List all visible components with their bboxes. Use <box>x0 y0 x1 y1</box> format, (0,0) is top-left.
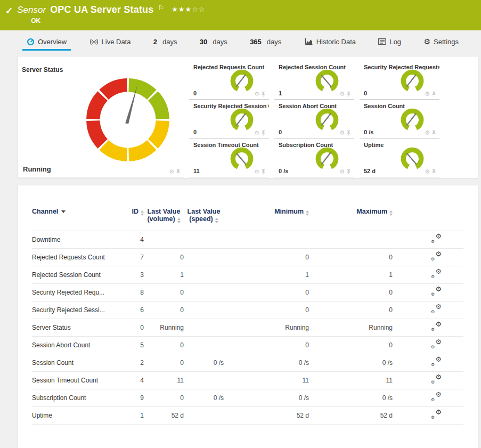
tab-2-days[interactable]: 2days <box>153 30 177 53</box>
gear-icon[interactable]: ⚙ <box>425 130 430 136</box>
channel-name-link[interactable]: Subscription Count <box>32 389 113 406</box>
pin-icon[interactable] <box>261 91 266 97</box>
channel-settings-icon[interactable]: ⚙⚙ <box>431 287 442 296</box>
sensor-title-block: Sensor OPC UA Server Status ⚐ ★★★☆☆ OK <box>17 4 205 25</box>
channel-name-link[interactable]: Security Rejected Sessi... <box>32 301 113 319</box>
pin-icon[interactable] <box>346 130 351 136</box>
column-header-id[interactable]: ID <box>113 185 144 231</box>
channel-name-link[interactable]: Session Timeout Count <box>32 371 113 389</box>
flag-icon[interactable]: ⚐ <box>158 4 165 12</box>
gauge-value: 0 /s <box>364 129 373 135</box>
sort-caret-icon <box>61 210 66 213</box>
sort-arrows-icon <box>141 210 144 216</box>
channel-settings-icon[interactable]: ⚙⚙ <box>431 410 442 419</box>
tab-live-data[interactable]: Live Data <box>89 30 131 53</box>
pin-icon[interactable] <box>431 91 436 97</box>
channel-settings-icon[interactable]: ⚙⚙ <box>431 234 442 243</box>
mini-gauge <box>229 145 255 172</box>
tab-overview[interactable]: Overview <box>27 30 67 53</box>
priority-stars[interactable]: ★★★☆☆ <box>172 5 205 13</box>
channel-last-value-speed <box>184 248 224 266</box>
pin-icon[interactable] <box>431 130 436 136</box>
mini-gauge <box>314 68 340 94</box>
gear-icon[interactable]: ⚙ <box>425 91 430 97</box>
channel-minimum: 0 <box>224 336 309 354</box>
gauge-cell-security-rejected-session-count: Security Rejected Session Co... 0 ⚙ <box>189 100 269 139</box>
tab-label: Live Data <box>102 38 131 46</box>
channel-minimum: 0 /s <box>224 354 309 371</box>
channel-settings-icon[interactable]: ⚙⚙ <box>431 392 442 402</box>
channel-name-link[interactable]: Rejected Requests Count <box>32 248 113 266</box>
gear-icon[interactable]: ⚙ <box>254 91 259 97</box>
gear-icon: ⚙ <box>431 398 435 402</box>
channel-id: 0 <box>113 319 144 336</box>
channel-settings-icon[interactable]: ⚙⚙ <box>431 251 442 261</box>
tab-historic-data[interactable]: Historic Data <box>304 30 356 53</box>
column-header-maximum[interactable]: Maximum <box>309 185 393 231</box>
channel-maximum: 0 /s <box>309 389 393 406</box>
channel-name-link[interactable]: Downtime <box>32 231 113 248</box>
tab-log[interactable]: Log <box>378 30 401 53</box>
gear-icon: ⚙ <box>431 363 435 367</box>
tab-365-days[interactable]: 365days <box>250 30 281 53</box>
gauge-value: 0 <box>193 90 197 96</box>
channel-name-link[interactable]: Session Abort Count <box>32 336 113 354</box>
table-row-downtime: Downtime -4 ⚙⚙ <box>32 231 463 248</box>
sort-arrows-icon <box>215 218 218 223</box>
pin-icon[interactable] <box>346 91 351 97</box>
gear-icon[interactable]: ⚙ <box>254 130 259 136</box>
column-header-minimum[interactable]: Minimum <box>224 185 309 231</box>
gear-icon: ⚙ <box>435 321 442 328</box>
column-label: Maximum <box>356 208 387 215</box>
channel-last-value-speed <box>184 231 224 248</box>
channel-name-link[interactable]: Rejected Session Count <box>32 266 113 283</box>
channel-name-link[interactable]: Server Status <box>32 319 113 336</box>
channel-settings-icon[interactable]: ⚙⚙ <box>431 339 442 349</box>
channel-settings-icon[interactable]: ⚙⚙ <box>431 304 442 314</box>
tab-30-days[interactable]: 30days <box>200 30 227 53</box>
status-badge: OK <box>31 17 205 25</box>
gear-icon[interactable]: ⚙ <box>169 169 174 175</box>
pin-icon[interactable] <box>431 169 436 175</box>
channel-id: 1 <box>113 406 144 424</box>
tab-settings[interactable]: ⚙ Settings <box>423 30 459 53</box>
gear-icon: ⚙ <box>435 356 442 363</box>
channel-name-link[interactable]: Session Count <box>32 354 113 371</box>
gear-icon[interactable]: ⚙ <box>339 169 345 175</box>
channel-settings-icon[interactable]: ⚙⚙ <box>431 357 442 366</box>
column-label: ID <box>132 208 139 215</box>
channel-minimum: 0 <box>224 248 309 266</box>
gear-icon[interactable]: ⚙ <box>254 169 259 175</box>
pin-icon[interactable] <box>261 169 266 175</box>
channel-minimum: Running <box>224 319 309 336</box>
sort-arrows-icon <box>389 210 393 216</box>
gear-icon[interactable]: ⚙ <box>339 130 345 136</box>
pin-icon[interactable] <box>176 169 181 175</box>
mini-gauge <box>314 145 340 172</box>
column-header-last-value-volume[interactable]: Last Value (volume) <box>144 185 184 231</box>
channels-table-panel: Channel ID Last Value (volume) Last Valu… <box>18 185 478 448</box>
channel-settings-icon[interactable]: ⚙⚙ <box>431 374 442 384</box>
channel-settings-icon[interactable]: ⚙⚙ <box>431 322 442 331</box>
gauge-value: 1 <box>279 90 282 96</box>
pin-icon[interactable] <box>261 130 266 136</box>
column-header-channel[interactable]: Channel <box>32 185 113 231</box>
column-header-last-value-speed[interactable]: Last Value (speed) <box>184 185 224 231</box>
cell-actions: ⚙ <box>254 91 266 97</box>
gear-icon: ⚙ <box>431 345 435 349</box>
cell-actions: ⚙ <box>254 130 266 136</box>
channel-name-link[interactable]: Uptime <box>32 406 113 424</box>
gear-icon: ⚙ <box>435 391 442 398</box>
mini-gauge <box>399 145 426 172</box>
channel-name-link[interactable]: Security Rejected Requ... <box>32 283 113 301</box>
channel-maximum: 0 /s <box>309 354 393 371</box>
channel-last-value-speed: 0 /s <box>184 389 224 406</box>
pin-icon[interactable] <box>346 169 351 175</box>
mini-gauge <box>399 68 426 94</box>
tab-period-unit: days <box>162 38 177 46</box>
gear-icon[interactable]: ⚙ <box>339 91 345 97</box>
log-icon <box>378 38 386 45</box>
channel-maximum: Running <box>309 319 393 336</box>
channel-settings-icon[interactable]: ⚙⚙ <box>431 269 442 279</box>
gear-icon[interactable]: ⚙ <box>425 169 430 175</box>
